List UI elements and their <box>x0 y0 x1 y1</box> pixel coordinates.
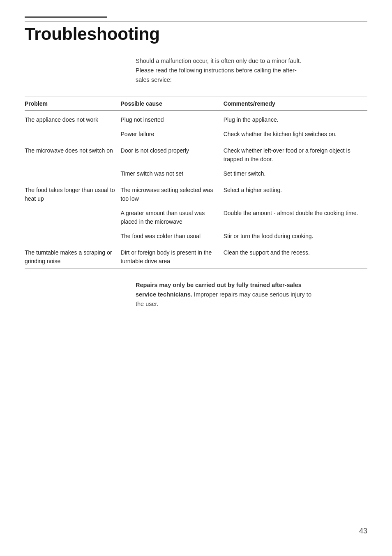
troubleshooting-table: Problem Possible cause Comments/remedy T… <box>25 97 367 269</box>
cell-cause: Plug not inserted <box>121 110 224 127</box>
table-row: Power failureCheck whether the kitchen l… <box>25 127 367 141</box>
top-accent-bar <box>25 16 107 18</box>
cell-remedy: Select a higher setting. <box>224 181 367 206</box>
cell-remedy: Check whether left-over food or a foreig… <box>224 141 367 167</box>
cell-problem <box>25 206 121 229</box>
cell-cause: A greater amount than usual was placed i… <box>121 206 224 229</box>
table-bottom-border <box>25 269 367 269</box>
cell-remedy: Stir or turn the food during cooking. <box>224 229 367 243</box>
col-header-remedy: Comments/remedy <box>224 97 367 110</box>
table-row: The appliance does not workPlug not inse… <box>25 110 367 127</box>
cell-remedy: Set timer switch. <box>224 167 367 181</box>
cell-remedy: Double the amount - almost double the co… <box>224 206 367 229</box>
col-header-cause: Possible cause <box>121 97 224 110</box>
page-number: 43 <box>359 527 367 535</box>
cell-cause: Timer switch was not set <box>121 167 224 181</box>
cell-problem <box>25 127 121 141</box>
cell-problem: The appliance does not work <box>25 110 121 127</box>
cell-problem <box>25 167 121 181</box>
footer-note: Repairs may only be carried out by fully… <box>136 280 312 309</box>
cell-cause: Door is not closed properly <box>121 141 224 167</box>
cell-problem: The turntable makes a scraping or grindi… <box>25 243 121 269</box>
cell-remedy: Plug in the appliance. <box>224 110 367 127</box>
intro-text: Should a malfunction occur, it is often … <box>136 56 308 85</box>
table-row: The microwave does not switch onDoor is … <box>25 141 367 167</box>
cell-problem <box>25 229 121 243</box>
cell-remedy: Clean the support and the recess. <box>224 243 367 269</box>
table-row: The food was colder than usualStir or tu… <box>25 229 367 243</box>
table-row: The turntable makes a scraping or grindi… <box>25 243 367 269</box>
cell-cause: The microwave setting selected was too l… <box>121 181 224 206</box>
table-row: The food takes longer than usual to heat… <box>25 181 367 206</box>
cell-cause: Dirt or foreign body is present in the t… <box>121 243 224 269</box>
table-row: Timer switch was not setSet timer switch… <box>25 167 367 181</box>
col-header-problem: Problem <box>25 97 121 110</box>
header-divider <box>25 21 367 22</box>
cell-problem: The food takes longer than usual to heat… <box>25 181 121 206</box>
cell-remedy: Check whether the kitchen light switches… <box>224 127 367 141</box>
cell-cause: The food was colder than usual <box>121 229 224 243</box>
table-row: A greater amount than usual was placed i… <box>25 206 367 229</box>
page-title: Troubleshooting <box>25 24 367 44</box>
cell-problem: The microwave does not switch on <box>25 141 121 167</box>
cell-cause: Power failure <box>121 127 224 141</box>
